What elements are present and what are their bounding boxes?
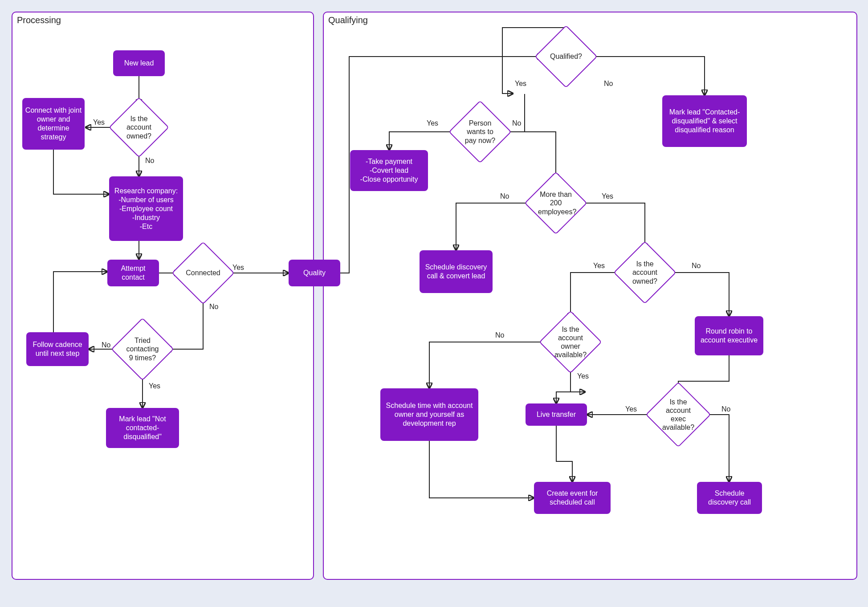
node-moreThan200[interactable]: More than 200 employees? <box>534 181 578 225</box>
label-l_tried_no: No <box>102 341 110 349</box>
label-l_200_yes: Yes <box>602 192 613 200</box>
node-followCad[interactable]: Follow cadence until next step <box>26 332 89 366</box>
lane-qualifying-title: Qualifying <box>328 15 368 25</box>
lane-processing: Processing <box>12 12 314 580</box>
node-acctOwned2[interactable]: Is the account owned? <box>623 250 667 295</box>
node-scheduleDisc200-label: Schedule discovery call & convert lead <box>422 263 490 281</box>
node-connectOwner-label: Connect with joint owner and determine s… <box>25 106 82 142</box>
label-l_owner_no: No <box>495 331 504 339</box>
node-payNow[interactable]: Person wants to pay now? <box>458 110 502 154</box>
label-l_owned_no: No <box>145 157 154 165</box>
node-takePayment[interactable]: -Take payment -Covert lead -Close opport… <box>350 150 428 191</box>
node-roundRobin-label: Round robin to account executive <box>697 327 761 345</box>
label-l_acct2_no: No <box>692 262 701 270</box>
label-l_conn_no: No <box>209 303 218 311</box>
label-l_conn_yes: Yes <box>232 264 244 272</box>
label-l_pay_no: No <box>512 119 521 127</box>
node-connectOwner[interactable]: Connect with joint owner and determine s… <box>22 98 85 150</box>
node-markDisq[interactable]: Mark lead "Contacted-disqualified" & sel… <box>662 95 747 147</box>
node-moreThan200-label: More than 200 employees? <box>538 190 574 216</box>
label-l_acct2_yes: Yes <box>593 262 605 270</box>
label-l_exec_yes: Yes <box>625 405 637 413</box>
node-tried9-label: Tried contacting 9 times? <box>125 336 160 362</box>
node-research-label: Research company: -Number of users -Empl… <box>114 187 178 231</box>
node-roundRobin[interactable]: Round robin to account executive <box>695 316 763 355</box>
node-acctOwned2-label: Is the account owned? <box>627 260 663 285</box>
label-l_qual_yes: Yes <box>515 80 526 88</box>
label-l_owner_yes: Yes <box>577 372 589 380</box>
node-tried9[interactable]: Tried contacting 9 times? <box>120 327 165 371</box>
node-attempt-label: Attempt contact <box>110 264 156 282</box>
node-scheduleDisc200[interactable]: Schedule discovery call & convert lead <box>420 250 493 293</box>
label-l_owned_yes: Yes <box>93 118 105 126</box>
node-createEvent[interactable]: Create event for scheduled call <box>534 482 611 514</box>
node-quality-label: Quality <box>303 269 326 277</box>
node-quality[interactable]: Quality <box>289 260 340 286</box>
node-ownerAvail-label: Is the account owner available? <box>553 325 588 359</box>
node-qualified[interactable]: Qualified? <box>544 34 588 79</box>
node-accountOwned-label: Is the account owned? <box>122 114 156 140</box>
node-ownerAvail[interactable]: Is the account owner available? <box>548 320 593 364</box>
node-markNotCont[interactable]: Mark lead "Not contacted-disqualified" <box>106 408 179 448</box>
node-accountOwned[interactable]: Is the account owned? <box>118 106 160 149</box>
node-execAvail-label: Is the account exec available? <box>660 398 697 432</box>
node-scheduleWith-label: Schedule time with account owner and you… <box>383 401 476 428</box>
label-l_pay_yes: Yes <box>427 119 438 127</box>
node-scheduleDisc-label: Schedule discovery call <box>700 489 759 507</box>
node-payNow-label: Person wants to pay now? <box>462 119 498 145</box>
label-l_qual_no: No <box>604 80 613 88</box>
node-createEvent-label: Create event for scheduled call <box>537 489 608 507</box>
node-liveTransfer-label: Live transfer <box>537 410 576 419</box>
label-l_tried_yes: Yes <box>149 382 160 390</box>
node-followCad-label: Follow cadence until next step <box>29 340 86 358</box>
node-qualified-label: Qualified? <box>550 52 582 61</box>
node-connected-label: Connected <box>186 269 220 277</box>
node-markDisq-label: Mark lead "Contacted-disqualified" & sel… <box>665 108 744 134</box>
node-connected[interactable]: Connected <box>181 251 225 295</box>
label-l_200_no: No <box>500 192 509 200</box>
lane-processing-title: Processing <box>17 15 61 25</box>
node-execAvail[interactable]: Is the account exec available? <box>655 391 701 438</box>
label-l_exec_no: No <box>721 405 730 413</box>
node-markNotCont-label: Mark lead "Not contacted-disqualified" <box>109 415 176 441</box>
node-takePayment-label: -Take payment -Covert lead -Close opport… <box>360 157 418 184</box>
node-scheduleDisc[interactable]: Schedule discovery call <box>697 482 762 514</box>
node-research[interactable]: Research company: -Number of users -Empl… <box>109 176 183 241</box>
node-newLead-label: New lead <box>124 59 154 68</box>
node-newLead[interactable]: New lead <box>113 50 165 76</box>
node-attempt[interactable]: Attempt contact <box>107 260 159 286</box>
node-liveTransfer[interactable]: Live transfer <box>526 403 587 426</box>
node-scheduleWith[interactable]: Schedule time with account owner and you… <box>380 388 478 441</box>
